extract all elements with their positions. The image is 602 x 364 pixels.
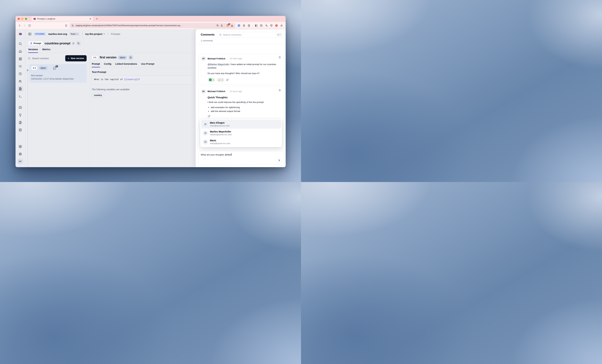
datasets-database-icon[interactable] xyxy=(17,127,23,133)
bookmark-icon[interactable] xyxy=(65,24,67,27)
promote-version-button[interactable] xyxy=(129,55,133,60)
new-comment-input[interactable]: What are your thoughts @Mar xyxy=(199,151,283,165)
version-list-item[interactable]: # 1 latest 2 first version 03/04/2025, 1… xyxy=(29,64,86,83)
url-bar[interactable]: staging.langfuse.com/project/cm22fk0w700… xyxy=(70,23,235,28)
comment-heading: Quick Thoughts: xyxy=(208,96,281,99)
annotation-icon[interactable] xyxy=(17,119,23,126)
version-number-badge: # 1 xyxy=(92,55,98,60)
add-reaction-icon[interactable] xyxy=(208,115,210,118)
prompt-variable: {{country}} xyxy=(124,78,139,81)
close-tab-icon[interactable]: ✕ xyxy=(89,18,91,20)
mention-option-mario[interactable]: M Mario mario@acme-inc.com xyxy=(201,138,281,146)
submit-comment-button[interactable] xyxy=(277,158,282,163)
zoom-in-icon[interactable] xyxy=(216,24,219,27)
mention-link[interactable]: @Marlies Mayerhofer xyxy=(208,63,229,65)
rewards-icon[interactable] xyxy=(275,24,278,27)
evaluation-icon[interactable] xyxy=(17,104,23,110)
version-number-badge: # 1 xyxy=(31,66,37,70)
extensions-puzzle-icon[interactable] xyxy=(243,24,246,27)
mention-name: Mario xyxy=(210,139,230,142)
comment-text: I think we could improve the specificity… xyxy=(208,101,278,104)
home-icon[interactable] xyxy=(17,48,23,54)
extension-icons xyxy=(237,24,283,27)
brave-shield-icon[interactable]: 2 xyxy=(226,24,229,27)
users-icon[interactable] xyxy=(17,78,23,84)
support-lifebuoy-icon[interactable] xyxy=(17,151,23,157)
tag-icon xyxy=(77,42,80,44)
tab-prompt[interactable]: Prompt xyxy=(92,63,100,67)
version-name: first version xyxy=(31,74,85,77)
comment-draft-text: What are your thoughts @Mar xyxy=(201,153,231,156)
tab-title: Prompts | Langfuse xyxy=(37,18,88,20)
mention-name: Marlies Mayerhofer xyxy=(210,130,232,133)
comment-count-badge: 2 xyxy=(55,65,58,67)
reload-icon[interactable] xyxy=(28,24,31,27)
sessions-clock-icon[interactable] xyxy=(17,71,23,77)
variable-chip[interactable]: country xyxy=(92,93,104,97)
site-settings-icon[interactable] xyxy=(71,24,74,27)
prompt-code-box: What is the capital of {{country}}? xyxy=(92,75,194,85)
promote-icon xyxy=(129,56,132,59)
panel-left-icon[interactable] xyxy=(28,32,32,36)
playground-terminal-icon[interactable] xyxy=(17,93,23,99)
delete-comment-icon[interactable] xyxy=(279,89,281,92)
sidebar-toggle-icon[interactable] xyxy=(255,24,258,27)
comment-timestamp: 22 hours ago xyxy=(230,57,242,60)
comments-bubble-icon[interactable]: 2 xyxy=(53,66,56,70)
delete-comment-icon[interactable] xyxy=(279,56,281,59)
browser-tab[interactable]: Prompts | Langfuse ✕ xyxy=(32,17,93,21)
tracing-icon[interactable] xyxy=(17,63,23,69)
info-icon[interactable] xyxy=(72,42,75,45)
langfuse-logo[interactable] xyxy=(16,29,25,39)
wallet-icon[interactable] xyxy=(260,24,263,27)
add-reaction-icon[interactable] xyxy=(226,78,229,81)
user-avatar[interactable]: MF xyxy=(18,159,23,164)
browser-tab-strip: Prompts | Langfuse ✕ + xyxy=(16,16,286,22)
search-icon[interactable] xyxy=(17,41,23,47)
close-window-button[interactable] xyxy=(18,18,20,20)
mention-dropdown: M Marc Klingen marc@acme-inc.com M Marli… xyxy=(200,119,282,147)
browser-toolbar: staging.langfuse.com/project/cm22fk0w700… xyxy=(16,22,286,29)
breadcrumb-page: Prompts xyxy=(111,32,120,35)
share-icon[interactable] xyxy=(220,24,223,27)
vpn-shield-icon[interactable] xyxy=(270,24,273,27)
search-comments-input[interactable]: Search comments... ⌘ F xyxy=(217,32,283,38)
tab-config[interactable]: Config xyxy=(104,63,111,67)
settings-gear-icon[interactable] xyxy=(17,143,23,150)
url-text[interactable]: staging.langfuse.com/project/cm22fk0w700… xyxy=(75,24,215,27)
chevron-down-icon xyxy=(103,33,105,35)
leo-sparkle-icon[interactable] xyxy=(265,24,268,27)
breadcrumb-project[interactable]: my-llm-project xyxy=(85,32,105,35)
forward-icon[interactable] xyxy=(23,24,26,27)
avatar: M xyxy=(203,122,208,127)
mention-option-marlies[interactable]: M Marlies Mayerhofer marlies@acme-inc.co… xyxy=(201,128,281,138)
dashboards-icon[interactable] xyxy=(17,56,23,62)
lightbulb-icon[interactable] xyxy=(17,112,23,118)
new-version-button[interactable]: + New version xyxy=(65,55,86,61)
org-role-pill[interactable]: Team xyxy=(69,32,80,36)
tab-use-prompt[interactable]: Use Prompt xyxy=(141,63,154,67)
prompts-icon[interactable] xyxy=(17,86,23,92)
search-icon xyxy=(28,57,31,60)
maximize-window-button[interactable] xyxy=(25,18,27,20)
tab-versions[interactable]: Versions xyxy=(28,48,38,53)
mention-option-marc[interactable]: M Marc Klingen marc@acme-inc.com xyxy=(201,120,281,128)
back-icon[interactable] xyxy=(18,24,21,27)
search-versions-placeholder: Search versions xyxy=(32,57,49,60)
reaction-check[interactable]: ✓ 1 xyxy=(208,78,215,82)
new-tab-button[interactable]: + xyxy=(96,17,98,21)
comment-author: Michael Fröhlich xyxy=(208,57,226,60)
minimize-window-button[interactable] xyxy=(21,18,23,20)
window-controls xyxy=(18,18,27,20)
reaction-raised-hands[interactable]: 1 xyxy=(217,78,225,82)
password-manager-icon[interactable] xyxy=(237,24,240,27)
tag-button[interactable] xyxy=(76,41,81,45)
tab-metrics[interactable]: Metrics xyxy=(42,48,50,53)
triangle-extension-icon[interactable] xyxy=(231,24,233,27)
menu-icon[interactable] xyxy=(280,24,283,27)
text-cursor xyxy=(231,153,231,156)
search-versions-input[interactable]: Search versions xyxy=(28,57,64,60)
breadcrumb-org[interactable]: marlies-test-org xyxy=(48,32,67,35)
tab-linked-generations[interactable]: Linked Generations xyxy=(115,63,137,67)
reader-mode-icon[interactable] xyxy=(247,24,250,27)
